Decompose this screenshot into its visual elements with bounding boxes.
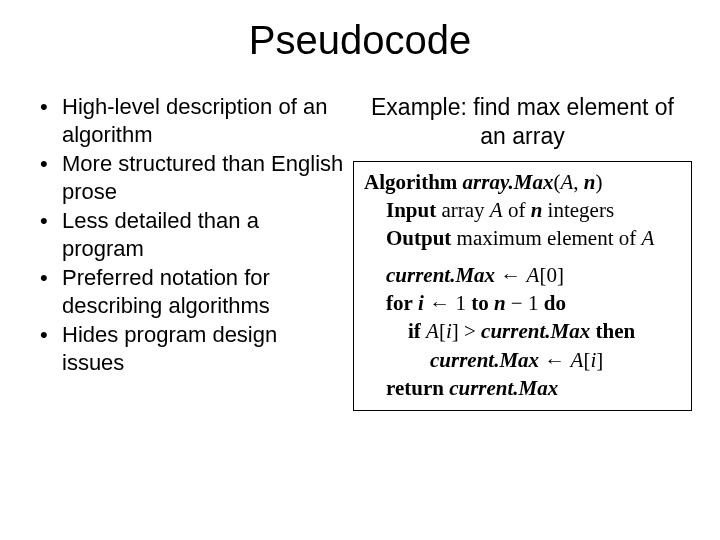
var-currentmax: current.Max [449, 376, 558, 400]
list-item: High-level description of an algorithm [40, 93, 345, 148]
keyword-output: Output [386, 226, 451, 250]
right-column: Example: find max element of an array Al… [353, 93, 692, 411]
text: maximum element of [451, 226, 641, 250]
assign-arrow: ← [539, 348, 571, 372]
var-currentmax: current.Max [430, 348, 539, 372]
var-a: A [490, 198, 503, 222]
for-line: for i ← 1 to n − 1 do [364, 289, 681, 317]
text: array [436, 198, 490, 222]
algorithm-name: array.Max [463, 170, 554, 194]
var-a: A [571, 348, 584, 372]
keyword-for: for [386, 291, 413, 315]
list-item: Less detailed than a program [40, 207, 345, 262]
keyword-to: to [471, 291, 489, 315]
var-a: A [527, 263, 540, 287]
text: of [503, 198, 531, 222]
keyword-then: then [595, 319, 635, 343]
literal-one: 1 [528, 291, 544, 315]
input-line: Input array A of n integers [364, 196, 681, 224]
slide-title: Pseudocode [0, 0, 720, 93]
content-row: High-level description of an algorithm M… [0, 93, 720, 411]
bracket-close: ] [557, 263, 564, 287]
bullet-list: High-level description of an algorithm M… [40, 93, 345, 376]
list-item: More structured than English prose [40, 150, 345, 205]
return-line: return current.Max [364, 374, 681, 402]
var-currentmax: current.Max [481, 319, 590, 343]
param-a: A [560, 170, 573, 194]
var-a: A [641, 226, 654, 250]
bracket-close: ] [596, 348, 603, 372]
minus-sign: − [506, 291, 528, 315]
var-currentmax: current.Max [386, 263, 495, 287]
assign-line: current.Max ← A[0] [364, 261, 681, 289]
var-a: A [426, 319, 439, 343]
keyword-algorithm: Algorithm [364, 170, 457, 194]
bracket-open: [ [439, 319, 446, 343]
text: integers [542, 198, 614, 222]
var-n: n [531, 198, 543, 222]
blank-line [364, 253, 681, 261]
literal-one: 1 [455, 291, 471, 315]
index-zero: 0 [546, 263, 557, 287]
assign-arrow: ← [495, 263, 527, 287]
output-line: Output maximum element of A [364, 224, 681, 252]
pseudocode-box: Algorithm array.Max(A, n) Input array A … [353, 161, 692, 412]
if-line: if A[i] > current.Max then [364, 317, 681, 345]
bracket-close: ] [452, 319, 459, 343]
algorithm-header-line: Algorithm array.Max(A, n) [364, 168, 681, 196]
keyword-input: Input [386, 198, 436, 222]
keyword-do: do [544, 291, 566, 315]
list-item: Preferred notation for describing algori… [40, 264, 345, 319]
param-sep: , [573, 170, 584, 194]
list-item: Hides program design issues [40, 321, 345, 376]
param-n: n [584, 170, 596, 194]
inner-assign-line: current.Max ← A[i] [364, 346, 681, 374]
left-column: High-level description of an algorithm M… [40, 93, 345, 411]
var-n: n [494, 291, 506, 315]
assign-arrow: ← [424, 291, 456, 315]
keyword-if: if [408, 319, 421, 343]
gt-sign: > [459, 319, 481, 343]
paren-close: ) [595, 170, 602, 194]
keyword-return: return [386, 376, 444, 400]
example-heading: Example: find max element of an array [353, 93, 692, 151]
